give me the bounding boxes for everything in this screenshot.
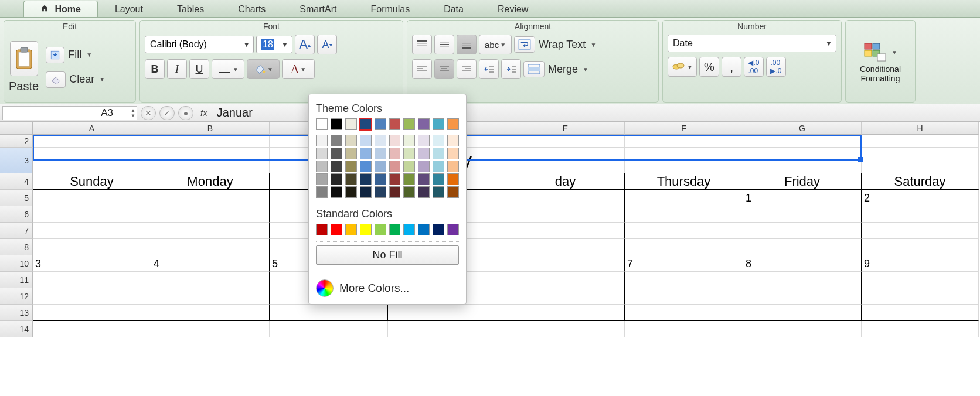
spreadsheet-grid[interactable]: ABCDEFGH 234SundayMondaydayThursdayFrida… [0, 122, 980, 337]
theme-tint-swatch[interactable] [433, 173, 444, 185]
standard-swatch[interactable] [447, 224, 459, 235]
cell[interactable]: Friday [743, 173, 862, 190]
theme-tint-swatch[interactable] [316, 173, 328, 185]
no-fill-button[interactable]: No Fill [316, 245, 459, 265]
accept-formula-button[interactable]: ✓ [159, 106, 175, 120]
number-format-combo[interactable]: Date ▼ [668, 35, 836, 52]
tab-formulas[interactable]: Formulas [353, 1, 427, 17]
row-header-14[interactable]: 14 [0, 321, 33, 337]
cell[interactable] [388, 305, 506, 321]
align-middle-button[interactable] [434, 35, 454, 54]
cell[interactable] [151, 321, 270, 337]
cell[interactable] [625, 239, 743, 255]
theme-tint-swatch[interactable] [389, 173, 401, 185]
row-header-12[interactable]: 12 [0, 288, 33, 305]
cell[interactable] [33, 223, 151, 239]
tab-smartart[interactable]: SmartArt [283, 1, 353, 17]
standard-swatch[interactable] [375, 224, 386, 235]
theme-tint-swatch[interactable] [389, 186, 401, 198]
name-box-stepper[interactable]: ▲▼ [131, 108, 135, 118]
font-name-combo[interactable]: ▼ [145, 36, 254, 53]
cell[interactable] [506, 223, 625, 239]
theme-tint-swatch[interactable] [331, 148, 342, 159]
theme-tint-swatch[interactable] [375, 186, 386, 198]
cell[interactable] [743, 223, 862, 239]
name-box[interactable]: A3 ▲▼ [2, 106, 137, 120]
theme-tint-swatch[interactable] [331, 135, 342, 146]
standard-swatch[interactable] [389, 224, 401, 235]
cell[interactable]: Thursday [625, 173, 743, 190]
cell[interactable] [862, 288, 979, 305]
theme-tint-swatch[interactable] [418, 135, 430, 146]
standard-swatch[interactable] [360, 224, 372, 235]
theme-tint-swatch[interactable] [403, 186, 415, 198]
theme-swatch[interactable] [418, 118, 430, 130]
theme-tint-swatch[interactable] [389, 161, 401, 172]
theme-tint-swatch[interactable] [447, 173, 459, 185]
cell[interactable] [743, 135, 862, 148]
tab-review[interactable]: Review [481, 1, 545, 17]
cell[interactable] [151, 305, 270, 321]
standard-swatch[interactable] [316, 224, 328, 235]
cell[interactable] [625, 272, 743, 288]
theme-tint-swatch[interactable] [447, 161, 459, 172]
theme-tint-swatch[interactable] [360, 161, 372, 172]
orientation-button[interactable]: abc▼ [479, 35, 512, 54]
fill-color-dropdown[interactable]: ▼ [267, 66, 273, 73]
cell[interactable] [625, 305, 743, 321]
cell[interactable] [506, 239, 625, 255]
cell[interactable] [33, 190, 151, 206]
cell[interactable]: 2 [862, 190, 979, 206]
cell[interactable] [506, 288, 625, 305]
cell[interactable] [862, 272, 979, 288]
currency-button[interactable]: ▼ [668, 57, 697, 77]
theme-tint-swatch[interactable] [345, 173, 357, 185]
decrease-font-button[interactable]: A▾ [317, 35, 337, 54]
theme-tint-swatch[interactable] [360, 186, 372, 198]
theme-tint-swatch[interactable] [360, 148, 372, 159]
theme-tint-swatch[interactable] [418, 186, 430, 198]
cell[interactable] [625, 321, 743, 337]
border-dropdown[interactable]: ▼ [233, 66, 239, 73]
cell[interactable] [862, 305, 979, 321]
align-top-button[interactable] [412, 35, 432, 54]
row-header-5[interactable]: 5 [0, 190, 33, 206]
cell[interactable] [33, 288, 151, 305]
cell[interactable] [151, 190, 270, 206]
theme-tint-swatch[interactable] [433, 135, 444, 146]
theme-tint-swatch[interactable] [360, 135, 372, 146]
cell[interactable] [506, 272, 625, 288]
font-name-input[interactable] [150, 39, 242, 50]
cell[interactable] [388, 321, 506, 337]
align-left-button[interactable] [412, 59, 432, 79]
cell[interactable] [506, 255, 625, 272]
theme-tint-swatch[interactable] [375, 148, 386, 159]
theme-swatch[interactable] [331, 118, 342, 130]
underline-button[interactable]: U [189, 59, 209, 79]
cell[interactable] [743, 305, 862, 321]
font-color-dropdown[interactable]: ▼ [300, 66, 306, 73]
cell[interactable]: Saturday [862, 173, 979, 190]
theme-tint-swatch[interactable] [433, 148, 444, 159]
cell[interactable] [33, 239, 151, 255]
tab-tables[interactable]: Tables [160, 1, 221, 17]
merge-dropdown[interactable]: ▼ [583, 66, 588, 73]
theme-swatch[interactable] [403, 118, 415, 130]
theme-tint-swatch[interactable] [418, 161, 430, 172]
tab-data[interactable]: Data [427, 1, 481, 17]
row-header-8[interactable]: 8 [0, 239, 33, 255]
theme-tint-swatch[interactable] [433, 186, 444, 198]
column-header-H[interactable]: H [862, 122, 979, 135]
cell[interactable] [270, 305, 388, 321]
theme-tint-swatch[interactable] [389, 148, 401, 159]
cell[interactable] [33, 321, 151, 337]
theme-swatch[interactable] [375, 118, 386, 130]
theme-tint-swatch[interactable] [316, 161, 328, 172]
cell[interactable] [33, 272, 151, 288]
conditional-formatting-dropdown[interactable]: ▼ [891, 49, 897, 56]
standard-swatch[interactable] [433, 224, 444, 235]
row-header-10[interactable]: 10 [0, 255, 33, 272]
theme-tint-swatch[interactable] [389, 135, 401, 146]
theme-tint-swatch[interactable] [418, 148, 430, 159]
tab-charts[interactable]: Charts [221, 1, 283, 17]
